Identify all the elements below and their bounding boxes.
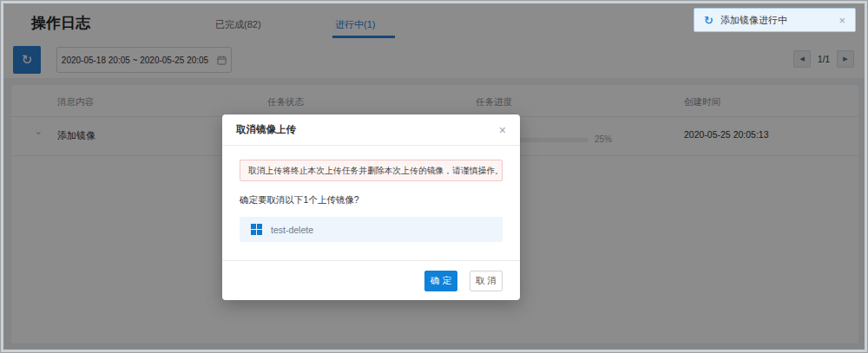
toast-message: 添加镜像进行中	[720, 14, 839, 27]
dialog-title: 取消镜像上传	[236, 123, 296, 136]
toast-close-icon[interactable]: ×	[838, 14, 845, 27]
operation-log-page: 操作日志 已完成(82) 进行中(1) ↻ 2020-05-18 20:05 ~…	[3, 3, 865, 350]
sync-icon: ↻	[704, 14, 713, 27]
confirm-question: 确定要取消以下1个上传镜像?	[240, 194, 503, 206]
dialog-body: 取消上传将终止本次上传任务并删除本次上传的镜像，请谨慎操作。 确定要取消以下1个…	[222, 160, 520, 242]
dialog-header: 取消镜像上传 ×	[222, 114, 520, 146]
warning-message: 取消上传将终止本次上传任务并删除本次上传的镜像，请谨慎操作。	[240, 160, 503, 181]
image-list-item: test-delete	[240, 217, 503, 242]
dialog-close-icon[interactable]: ×	[499, 123, 506, 137]
confirm-button[interactable]: 确定	[424, 271, 457, 291]
notification-toast: ↻ 添加镜像进行中 ×	[694, 8, 856, 32]
windows-logo-icon	[251, 224, 262, 235]
cancel-upload-dialog: 取消镜像上传 × 取消上传将终止本次上传任务并删除本次上传的镜像，请谨慎操作。 …	[222, 114, 520, 300]
window-frame: 操作日志 已完成(82) 进行中(1) ↻ 2020-05-18 20:05 ~…	[0, 0, 868, 353]
cancel-button[interactable]: 取消	[470, 271, 503, 291]
dialog-footer: 确定 取消	[222, 260, 520, 300]
image-name: test-delete	[271, 225, 313, 235]
